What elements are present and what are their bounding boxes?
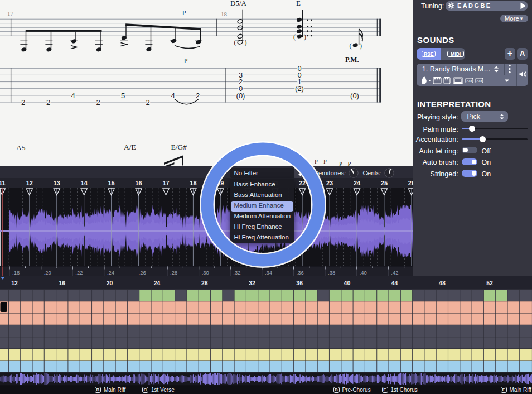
svg-text:16: 16 xyxy=(59,280,65,286)
svg-text:32: 32 xyxy=(249,280,255,286)
svg-text:20: 20 xyxy=(107,280,113,286)
svg-text:52: 52 xyxy=(486,280,493,286)
svg-text:40: 40 xyxy=(344,280,351,286)
svg-text:36: 36 xyxy=(296,280,303,286)
svg-text:48: 48 xyxy=(439,280,446,286)
svg-text:24: 24 xyxy=(154,280,161,286)
svg-text:12: 12 xyxy=(11,280,18,286)
svg-text:44: 44 xyxy=(391,280,398,286)
svg-text:28: 28 xyxy=(201,280,208,286)
